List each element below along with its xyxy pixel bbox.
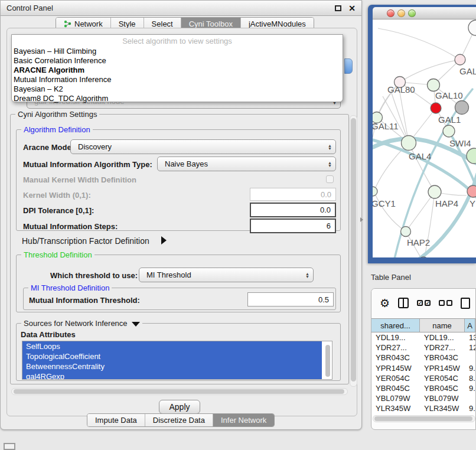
- settings-vscroll-track[interactable]: [350, 115, 357, 387]
- node-label-gal-clipped: GAL: [459, 66, 476, 76]
- settings-hscroll-track[interactable]: [11, 388, 348, 395]
- aracne-mode-combobox[interactable]: Discovery ▲▼: [70, 139, 336, 154]
- list-item[interactable]: BetweennessCentrality: [22, 361, 322, 371]
- splitter-handle-icon[interactable]: [360, 217, 363, 222]
- node-gal1-selected[interactable]: [431, 103, 441, 113]
- dropdown-item-mutual-information[interactable]: Mutual Information Inference: [12, 75, 343, 84]
- network-canvas[interactable]: GAL GAL80 GAL10 GAL1 GAL11 SWI4 GAL4 GCY…: [373, 19, 476, 257]
- cell: YDR27...: [371, 343, 420, 353]
- document-icon[interactable]: [461, 298, 470, 309]
- hub-definition-label[interactable]: Hub/Transcription Factor Definition: [22, 236, 149, 246]
- mi-type-label: Mutual Information Algorithm Type:: [23, 160, 152, 169]
- table-row[interactable]: YPR145W YPR145W 9.: [371, 363, 475, 373]
- node-hap4[interactable]: [428, 185, 441, 198]
- threshold-definition-title: Threshold Definition: [21, 250, 94, 259]
- apply-button-label: Apply: [169, 402, 190, 412]
- tab-style-label: Style: [119, 19, 136, 28]
- tab-infer-network[interactable]: Infer Network: [213, 414, 274, 426]
- which-threshold-combobox[interactable]: MI Threshold ▲▼: [139, 268, 314, 282]
- node[interactable]: [467, 148, 476, 164]
- mi-threshold-field[interactable]: 0.5: [247, 292, 334, 306]
- gear-icon[interactable]: ⚙: [380, 296, 390, 310]
- node-gray[interactable]: [455, 101, 469, 115]
- checked-pair-icon[interactable]: ✓✓: [417, 300, 431, 306]
- minimize-traffic-light-icon[interactable]: [397, 9, 405, 17]
- cell: [465, 353, 475, 363]
- table-hscroll-thumb[interactable]: [374, 416, 472, 421]
- node[interactable]: [468, 20, 476, 35]
- mi-steps-field[interactable]: 6: [250, 219, 336, 233]
- list-item[interactable]: SelfLoops: [22, 341, 322, 351]
- manual-kernel-checkbox[interactable]: [326, 175, 334, 183]
- bottom-tabbar: Impute Data Discretize Data Infer Networ…: [87, 413, 275, 427]
- node-label-y-clipped: Y: [470, 198, 475, 208]
- cell: YLR345W: [371, 403, 420, 413]
- node-swi4[interactable]: [443, 125, 455, 137]
- tab-discretize-data-label: Discretize Data: [153, 416, 205, 425]
- tab-discretize-data[interactable]: Discretize Data: [145, 414, 213, 426]
- cell: [465, 393, 475, 403]
- close-icon[interactable]: ✕: [348, 5, 356, 11]
- table-row[interactable]: YDL19... YDL19... 13: [371, 332, 475, 343]
- cell: YER054C: [420, 373, 465, 383]
- tab-impute-data[interactable]: Impute Data: [87, 414, 145, 426]
- algorithm-dropdown-list: Select algorithm to view settings Bayesi…: [11, 34, 343, 102]
- mi-steps-value: 6: [327, 221, 331, 230]
- list-vscroll-thumb[interactable]: [325, 345, 330, 377]
- node-salmon[interactable]: [467, 185, 476, 197]
- cell: YDL19...: [420, 332, 465, 343]
- zoom-traffic-light-icon[interactable]: [408, 9, 416, 17]
- node-label-hap2: HAP2: [407, 237, 430, 247]
- cell: YBR043C: [420, 353, 465, 363]
- node-hap2[interactable]: [401, 227, 411, 237]
- dropdown-item-bayesian-hill-climbing[interactable]: Bayesian – Hill Climbing: [12, 47, 343, 56]
- node[interactable]: [455, 54, 465, 65]
- close-traffic-light-icon[interactable]: [387, 9, 395, 17]
- node-gal4[interactable]: [402, 136, 416, 151]
- cell: YBR045C: [371, 383, 420, 393]
- hub-expand-arrow-icon[interactable]: [161, 236, 167, 244]
- apply-button[interactable]: Apply: [159, 400, 200, 414]
- sources-collapse-arrow-icon[interactable]: [132, 322, 140, 327]
- tab-jactivemnodules-label: jActiveMNodules: [249, 19, 306, 28]
- control-panel-titlebar[interactable]: Control Panel ✕: [1, 1, 361, 16]
- cell: 8.: [465, 373, 475, 383]
- dropdown-item-bayesian-k2[interactable]: Bayesian – K2: [12, 84, 343, 94]
- table-row[interactable]: YBR045C YBR045C 9.: [371, 383, 475, 393]
- list-item[interactable]: TopologicalCoefficient: [22, 351, 322, 361]
- float-window-icon[interactable]: [335, 5, 341, 11]
- dpi-tolerance-field[interactable]: 0.0: [250, 203, 336, 217]
- column-header-clipped[interactable]: A: [465, 319, 475, 332]
- network-view-window[interactable]: GAL GAL80 GAL10 GAL1 GAL11 SWI4 GAL4 GCY…: [368, 5, 476, 263]
- algorithm-definition-title: Algorithm Definition: [21, 125, 93, 134]
- table-row[interactable]: YBL079W YBL079W: [371, 393, 475, 403]
- list-item[interactable]: gal4RGexp: [22, 371, 322, 380]
- node-gcy1[interactable]: [373, 187, 377, 196]
- column-header-shared[interactable]: shared...: [371, 319, 420, 332]
- kernel-width-field[interactable]: 0.0: [250, 188, 336, 201]
- table-row[interactable]: YLR345W YLR345W 9.: [371, 403, 475, 413]
- mi-type-value: Naive Bayes: [165, 159, 328, 168]
- table-row[interactable]: YDR27... YDR27... 12: [371, 343, 475, 353]
- table-hscroll-track[interactable]: [373, 415, 475, 422]
- settings-hscroll-thumb[interactable]: [14, 389, 344, 394]
- network-graph: GAL GAL80 GAL10 GAL1 GAL11 SWI4 GAL4 GCY…: [373, 19, 476, 257]
- minimized-panel-button[interactable]: [4, 443, 15, 450]
- cell: YPR145W: [420, 363, 465, 373]
- network-window-titlebar[interactable]: [373, 7, 476, 19]
- combo-stepper-icon: ▲▼: [305, 272, 309, 278]
- settings-vscroll-thumb[interactable]: [351, 118, 356, 381]
- node-gal10[interactable]: [428, 79, 440, 92]
- table-row[interactable]: YER054C YER054C 8.: [371, 373, 475, 383]
- dropdown-item-dream8[interactable]: Dream8 DC_TDC Algorithm: [12, 94, 343, 103]
- dropdown-item-basic-correlation[interactable]: Basic Correlation Inference: [12, 56, 343, 66]
- table-row[interactable]: YBR043C YBR043C: [371, 353, 475, 363]
- dropdown-item-aracne[interactable]: ARACNE Algorithm: [12, 66, 343, 75]
- column-header-name[interactable]: name: [420, 319, 465, 332]
- split-columns-icon[interactable]: [398, 298, 409, 308]
- hidden-combo-stepper: [344, 58, 353, 74]
- cell: YBL079W: [420, 393, 465, 403]
- unchecked-pair-icon[interactable]: [439, 300, 452, 306]
- data-attributes-list[interactable]: SelfLoops TopologicalCoefficient Between…: [22, 341, 332, 380]
- mi-type-combobox[interactable]: Naive Bayes ▲▼: [157, 156, 336, 171]
